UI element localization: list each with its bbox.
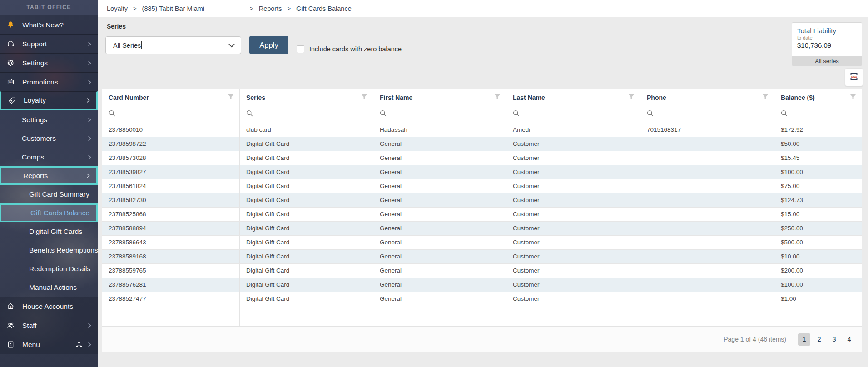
sidebar-item-manual-actions[interactable]: Manual Actions [0, 278, 98, 297]
cell-phone [640, 165, 774, 179]
sidebar-item-promotions[interactable]: SALE Promotions [0, 72, 98, 91]
cell-balance: $172.92 [774, 123, 862, 137]
sidebar-item-benefits-redemptions[interactable]: Benefits Redemptions [0, 241, 98, 259]
filter-funnel-icon[interactable] [762, 94, 769, 101]
filter-funnel-icon[interactable] [494, 94, 501, 101]
table-row[interactable]: 23788525868 Digital Gift Card General Cu… [102, 207, 862, 221]
cell-phone [640, 222, 774, 235]
filter-card-number-input[interactable] [119, 111, 234, 118]
cell-balance: $75.00 [774, 179, 862, 193]
cell-first-name: General [373, 278, 506, 292]
filter-balance-input[interactable] [791, 111, 862, 118]
filter-funnel-icon[interactable] [228, 94, 234, 101]
page-button-4[interactable]: 4 [843, 333, 855, 346]
cell-phone [640, 193, 774, 207]
cell-series: Digital Gift Card [240, 151, 373, 165]
page-button-3[interactable]: 3 [828, 333, 840, 346]
app-root: TABIT OFFICE What's New? Support Setting… [0, 0, 868, 367]
sidebar-item-settings[interactable]: Settings [0, 53, 98, 72]
cell-phone [640, 179, 774, 193]
bell-icon [6, 20, 18, 29]
sidebar-item-loyalty-settings[interactable]: Settings [0, 110, 98, 129]
column-header-phone[interactable]: Phone [640, 89, 774, 106]
filter-first-name-input[interactable] [390, 111, 501, 118]
table-row[interactable]: 23788586643 Digital Gift Card General Cu… [102, 235, 862, 249]
filter-funnel-icon[interactable] [628, 94, 635, 101]
cell-series: Digital Gift Card [240, 264, 373, 278]
sidebar-item-digital-gift-cards[interactable]: Digital Gift Cards [0, 222, 98, 241]
cell-phone [640, 208, 774, 221]
table-row[interactable]: 23788576281 Digital Gift Card General Cu… [102, 278, 862, 292]
cell-balance: $100.00 [774, 278, 862, 292]
search-icon [781, 110, 788, 119]
series-combobox[interactable]: All Series [105, 36, 241, 54]
table-row[interactable]: 23788589168 Digital Gift Card General Cu… [102, 249, 862, 263]
table-row[interactable]: 23788527477 Digital Gift Card General Cu… [102, 292, 862, 306]
table-row[interactable]: 23788559765 Digital Gift Card General Cu… [102, 263, 862, 278]
apply-button[interactable]: Apply [249, 36, 288, 54]
search-icon [109, 110, 115, 119]
filter-last-name-input[interactable] [523, 111, 635, 118]
sidebar-item-whats-new[interactable]: What's New? [0, 15, 98, 34]
cell-balance: $15.00 [774, 208, 862, 221]
brand-title: TABIT OFFICE [0, 0, 98, 15]
table-row[interactable]: 23788539827 Digital Gift Card General Cu… [102, 165, 862, 179]
column-header-first-name[interactable]: First Name [373, 89, 506, 106]
zero-balance-checkbox[interactable] [297, 45, 304, 53]
text-cursor [141, 41, 142, 49]
breadcrumb-reports[interactable]: Reports [259, 5, 282, 12]
menu-board-icon [6, 340, 18, 349]
breadcrumb-loyalty[interactable]: Loyalty [107, 5, 128, 12]
sidebar-item-comps[interactable]: Comps [0, 148, 98, 166]
search-icon [246, 110, 253, 119]
cell-last-name: Customer [506, 208, 640, 221]
sidebar-item-label: Benefits Redemptions [29, 246, 98, 254]
cell-balance: $100.00 [774, 165, 862, 179]
cell-last-name: Customer [506, 250, 640, 263]
column-label: Series [246, 94, 265, 101]
sidebar-item-label: Settings [22, 116, 88, 124]
sidebar-item-redemption-details[interactable]: Redemption Details [0, 259, 98, 278]
filter-funnel-icon[interactable] [361, 94, 367, 101]
sidebar-item-support[interactable]: Support [0, 34, 98, 53]
sidebar-item-reports[interactable]: Reports [0, 166, 98, 185]
breadcrumb-venue[interactable]: (885) Tabit Bar Miami [142, 5, 205, 12]
total-liability-footer: All series [792, 56, 862, 66]
filter-series-input[interactable] [256, 111, 367, 118]
column-label: First Name [380, 94, 412, 101]
cell-phone [640, 151, 774, 165]
headset-icon [6, 40, 18, 48]
sidebar-item-menu[interactable]: Menu [0, 335, 98, 354]
column-header-series[interactable]: Series [240, 89, 373, 106]
cell-last-name: Customer [506, 151, 640, 165]
column-header-last-name[interactable]: Last Name [506, 89, 640, 106]
cell-card-number: 23788588894 [102, 222, 240, 235]
page-button-2[interactable]: 2 [813, 333, 825, 346]
sidebar-item-label: Menu [22, 341, 75, 349]
cell-balance: $500.00 [774, 236, 862, 249]
filter-funnel-icon[interactable] [850, 94, 856, 101]
table-row[interactable]: 23788598722 Digital Gift Card General Cu… [102, 137, 862, 151]
sidebar-item-staff[interactable]: Staff [0, 316, 98, 335]
cell-card-number: 23788573028 [102, 151, 240, 165]
export-xlsx-button[interactable]: xlsx [845, 68, 863, 86]
table-row[interactable]: 23788588894 Digital Gift Card General Cu… [102, 221, 862, 235]
table-row[interactable]: 23788582730 Digital Gift Card General Cu… [102, 193, 862, 207]
column-header-balance[interactable]: Balance ($) [774, 89, 862, 106]
cell-phone [640, 250, 774, 263]
table-filter-row [102, 106, 862, 123]
column-header-card-number[interactable]: Card Number [102, 89, 240, 106]
zero-balance-label: Include cards with zero balance [309, 45, 402, 53]
cell-series: club card [240, 123, 373, 137]
sidebar-item-house-accounts[interactable]: $ House Accounts [0, 297, 98, 316]
sidebar-item-gift-card-summary[interactable]: Gift Card Summary [0, 185, 98, 203]
sidebar-item-loyalty[interactable]: Loyalty [0, 91, 98, 110]
filter-phone-input[interactable] [657, 111, 769, 118]
table-row[interactable]: 23788561824 Digital Gift Card General Cu… [102, 179, 862, 193]
sidebar-item-gift-cards-balance[interactable]: Gift Cards Balance [0, 203, 98, 222]
table-row[interactable]: 23788573028 Digital Gift Card General Cu… [102, 151, 862, 165]
cell-card-number: 23788559765 [102, 264, 240, 278]
table-row[interactable]: 2378850010 club card Hadassah Amedi 7015… [102, 123, 862, 137]
page-button-1[interactable]: 1 [798, 333, 810, 346]
sidebar-item-customers[interactable]: Customers [0, 129, 98, 148]
